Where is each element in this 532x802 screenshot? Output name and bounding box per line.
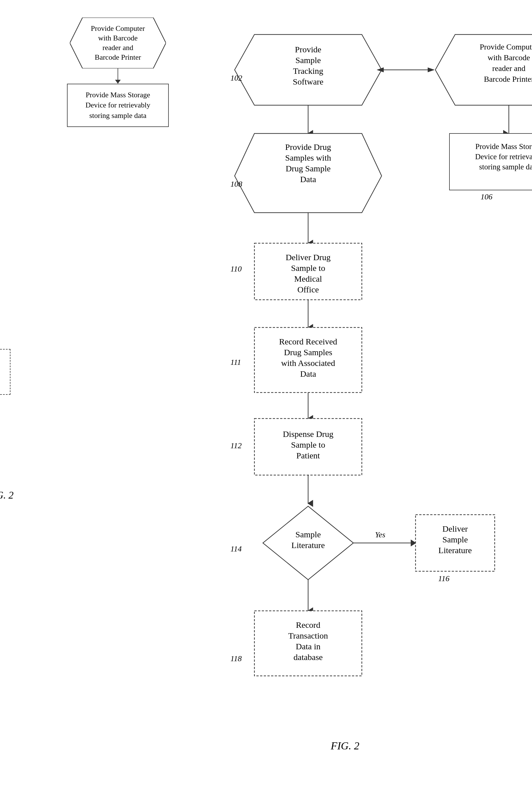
label-102: 102 bbox=[230, 74, 242, 82]
node-110-line1: Deliver Drug bbox=[285, 253, 330, 262]
left-col: 102 Provide Sample Tracking Software bbox=[0, 18, 11, 472]
node-106-line2: Device for retrievably bbox=[475, 152, 532, 161]
right-col: 104 Provide Computer with Barcode reader… bbox=[67, 18, 169, 127]
node-104-line1: Provide Computer bbox=[480, 42, 532, 51]
node-104-line3: reader and bbox=[492, 64, 525, 73]
node-102-line4: Software bbox=[293, 77, 323, 86]
node-108-line1: Provide Drug bbox=[285, 142, 331, 152]
node-111-line4: Data bbox=[300, 369, 316, 378]
node-118-line2: Transaction bbox=[288, 631, 328, 640]
page: 102 Provide Sample Tracking Software bbox=[0, 1, 170, 802]
node-110-line3: Medical bbox=[294, 274, 322, 283]
node-104: Provide Computer with Barcode reader and… bbox=[70, 18, 166, 69]
node-104-line4: Barcode Printer bbox=[484, 75, 532, 83]
node-106-container: 106 Provide Mass Storage Device for retr… bbox=[67, 84, 169, 127]
node-104-text: Provide Computer with Barcode reader and… bbox=[70, 18, 166, 69]
node-102-line3: Tracking bbox=[293, 66, 323, 75]
node-106-line3: storing sample data bbox=[479, 163, 532, 171]
node-111-line3: with Associated bbox=[281, 358, 335, 368]
node-106: Provide Mass Storage Device for retrieva… bbox=[67, 84, 169, 127]
node-116-line3: Literature bbox=[438, 545, 472, 555]
label-108: 108 bbox=[230, 180, 242, 188]
connector-104-106 bbox=[115, 69, 121, 84]
node-116: Deliver Sample Literature bbox=[0, 349, 11, 395]
figure-caption: FIG. 2 bbox=[0, 489, 14, 501]
diagram-svg: Provide Sample Tracking Software 102 Pro… bbox=[170, 0, 532, 802]
node-108-line4: Data bbox=[300, 174, 316, 184]
arrow-up bbox=[115, 80, 121, 84]
node-110-line4: Office bbox=[297, 285, 319, 294]
yes-label: Yes bbox=[375, 530, 385, 539]
vline bbox=[118, 69, 118, 80]
node-114-line1: Sample bbox=[296, 530, 321, 539]
node-112-line1: Dispense Drug bbox=[283, 429, 333, 439]
node-108-line3: Drug Sample bbox=[285, 164, 330, 173]
label-118: 118 bbox=[230, 654, 242, 663]
node-118-line3: Data in bbox=[296, 642, 320, 651]
node-112-line2: Sample to bbox=[291, 440, 325, 449]
node-102-line2: Sample bbox=[296, 55, 321, 65]
label-110: 110 bbox=[230, 264, 242, 273]
node-118-line1: Record bbox=[296, 620, 321, 630]
fig-caption: FIG. 2 bbox=[330, 740, 359, 752]
node-104-container: 104 Provide Computer with Barcode reader… bbox=[70, 18, 166, 69]
node-111-line1: Record Received bbox=[279, 337, 337, 346]
node-102-line1: Provide bbox=[295, 45, 321, 54]
full-diagram: Provide Sample Tracking Software 102 Pro… bbox=[170, 0, 532, 802]
node-111-line2: Drug Samples bbox=[284, 348, 332, 357]
top-row: 102 Provide Sample Tracking Software bbox=[0, 18, 170, 472]
node-116-line1: Deliver bbox=[442, 524, 468, 533]
node-114-line2: Literature bbox=[291, 540, 325, 550]
diagram-container: 102 Provide Sample Tracking Software bbox=[0, 18, 170, 501]
label-106: 106 bbox=[480, 192, 492, 201]
node-110-line2: Sample to bbox=[291, 263, 325, 273]
label-114: 114 bbox=[230, 544, 242, 553]
node-116-container: Deliver Sample Literature 116 bbox=[0, 349, 11, 395]
node-108-line2: Samples with bbox=[285, 153, 331, 162]
node-116-line2: Sample bbox=[442, 535, 468, 544]
side-branch-row: 114 Sample Literature bbox=[0, 343, 11, 400]
label-111: 111 bbox=[230, 358, 241, 367]
label-116: 116 bbox=[438, 574, 450, 583]
node-118-line4: database bbox=[293, 652, 323, 662]
node-106-line1: Provide Mass Storage bbox=[475, 142, 532, 151]
node-112-line3: Patient bbox=[296, 451, 320, 460]
label-112: 112 bbox=[230, 441, 242, 450]
node-106-rect bbox=[450, 133, 532, 190]
node-104-line2: with Barcode bbox=[488, 53, 530, 62]
